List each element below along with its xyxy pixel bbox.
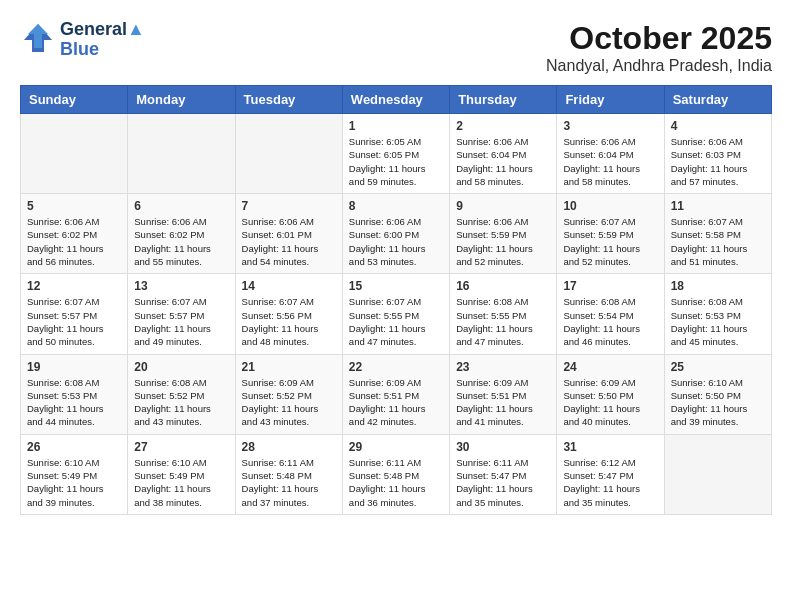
page-header: General▲ Blue October 2025 Nandyal, Andh… (20, 20, 772, 75)
cell-content: Sunrise: 6:06 AM Sunset: 5:59 PM Dayligh… (456, 215, 550, 268)
day-number: 7 (242, 199, 336, 213)
calendar-header-row: SundayMondayTuesdayWednesdayThursdayFrid… (21, 86, 772, 114)
cell-content: Sunrise: 6:08 AM Sunset: 5:52 PM Dayligh… (134, 376, 228, 429)
day-number: 3 (563, 119, 657, 133)
cell-content: Sunrise: 6:11 AM Sunset: 5:48 PM Dayligh… (242, 456, 336, 509)
calendar-cell: 27Sunrise: 6:10 AM Sunset: 5:49 PM Dayli… (128, 434, 235, 514)
weekday-header: Monday (128, 86, 235, 114)
calendar-cell: 6Sunrise: 6:06 AM Sunset: 6:02 PM Daylig… (128, 194, 235, 274)
day-number: 24 (563, 360, 657, 374)
day-number: 13 (134, 279, 228, 293)
calendar-cell: 14Sunrise: 6:07 AM Sunset: 5:56 PM Dayli… (235, 274, 342, 354)
day-number: 31 (563, 440, 657, 454)
day-number: 30 (456, 440, 550, 454)
cell-content: Sunrise: 6:07 AM Sunset: 5:57 PM Dayligh… (27, 295, 121, 348)
day-number: 29 (349, 440, 443, 454)
day-number: 9 (456, 199, 550, 213)
calendar-week-row: 12Sunrise: 6:07 AM Sunset: 5:57 PM Dayli… (21, 274, 772, 354)
calendar-cell: 4Sunrise: 6:06 AM Sunset: 6:03 PM Daylig… (664, 114, 771, 194)
calendar-cell: 25Sunrise: 6:10 AM Sunset: 5:50 PM Dayli… (664, 354, 771, 434)
cell-content: Sunrise: 6:08 AM Sunset: 5:54 PM Dayligh… (563, 295, 657, 348)
day-number: 2 (456, 119, 550, 133)
weekday-header: Saturday (664, 86, 771, 114)
cell-content: Sunrise: 6:06 AM Sunset: 6:04 PM Dayligh… (563, 135, 657, 188)
calendar-cell: 21Sunrise: 6:09 AM Sunset: 5:52 PM Dayli… (235, 354, 342, 434)
cell-content: Sunrise: 6:06 AM Sunset: 6:00 PM Dayligh… (349, 215, 443, 268)
calendar-table: SundayMondayTuesdayWednesdayThursdayFrid… (20, 85, 772, 515)
calendar-week-row: 19Sunrise: 6:08 AM Sunset: 5:53 PM Dayli… (21, 354, 772, 434)
day-number: 25 (671, 360, 765, 374)
cell-content: Sunrise: 6:08 AM Sunset: 5:53 PM Dayligh… (671, 295, 765, 348)
day-number: 17 (563, 279, 657, 293)
weekday-header: Sunday (21, 86, 128, 114)
calendar-cell (128, 114, 235, 194)
calendar-cell: 20Sunrise: 6:08 AM Sunset: 5:52 PM Dayli… (128, 354, 235, 434)
day-number: 27 (134, 440, 228, 454)
day-number: 20 (134, 360, 228, 374)
weekday-header: Tuesday (235, 86, 342, 114)
calendar-cell: 29Sunrise: 6:11 AM Sunset: 5:48 PM Dayli… (342, 434, 449, 514)
calendar-cell: 23Sunrise: 6:09 AM Sunset: 5:51 PM Dayli… (450, 354, 557, 434)
day-number: 10 (563, 199, 657, 213)
title-area: October 2025 Nandyal, Andhra Pradesh, In… (546, 20, 772, 75)
cell-content: Sunrise: 6:09 AM Sunset: 5:52 PM Dayligh… (242, 376, 336, 429)
calendar-cell: 18Sunrise: 6:08 AM Sunset: 5:53 PM Dayli… (664, 274, 771, 354)
calendar-cell: 7Sunrise: 6:06 AM Sunset: 6:01 PM Daylig… (235, 194, 342, 274)
calendar-cell: 17Sunrise: 6:08 AM Sunset: 5:54 PM Dayli… (557, 274, 664, 354)
calendar-cell (235, 114, 342, 194)
calendar-cell: 15Sunrise: 6:07 AM Sunset: 5:55 PM Dayli… (342, 274, 449, 354)
logo-text-line2: Blue (60, 40, 145, 60)
cell-content: Sunrise: 6:09 AM Sunset: 5:51 PM Dayligh… (349, 376, 443, 429)
cell-content: Sunrise: 6:10 AM Sunset: 5:49 PM Dayligh… (27, 456, 121, 509)
month-title: October 2025 (546, 20, 772, 57)
day-number: 14 (242, 279, 336, 293)
day-number: 8 (349, 199, 443, 213)
cell-content: Sunrise: 6:09 AM Sunset: 5:51 PM Dayligh… (456, 376, 550, 429)
day-number: 12 (27, 279, 121, 293)
calendar-cell: 26Sunrise: 6:10 AM Sunset: 5:49 PM Dayli… (21, 434, 128, 514)
cell-content: Sunrise: 6:06 AM Sunset: 6:04 PM Dayligh… (456, 135, 550, 188)
cell-content: Sunrise: 6:08 AM Sunset: 5:55 PM Dayligh… (456, 295, 550, 348)
day-number: 15 (349, 279, 443, 293)
day-number: 1 (349, 119, 443, 133)
calendar-cell (21, 114, 128, 194)
cell-content: Sunrise: 6:07 AM Sunset: 5:59 PM Dayligh… (563, 215, 657, 268)
cell-content: Sunrise: 6:06 AM Sunset: 6:01 PM Dayligh… (242, 215, 336, 268)
cell-content: Sunrise: 6:06 AM Sunset: 6:03 PM Dayligh… (671, 135, 765, 188)
calendar-cell: 1Sunrise: 6:05 AM Sunset: 6:05 PM Daylig… (342, 114, 449, 194)
day-number: 23 (456, 360, 550, 374)
cell-content: Sunrise: 6:07 AM Sunset: 5:58 PM Dayligh… (671, 215, 765, 268)
day-number: 18 (671, 279, 765, 293)
weekday-header: Thursday (450, 86, 557, 114)
calendar-cell: 19Sunrise: 6:08 AM Sunset: 5:53 PM Dayli… (21, 354, 128, 434)
day-number: 16 (456, 279, 550, 293)
calendar-cell: 22Sunrise: 6:09 AM Sunset: 5:51 PM Dayli… (342, 354, 449, 434)
logo-text-line1: General▲ (60, 20, 145, 40)
day-number: 26 (27, 440, 121, 454)
logo: General▲ Blue (20, 20, 145, 60)
cell-content: Sunrise: 6:12 AM Sunset: 5:47 PM Dayligh… (563, 456, 657, 509)
logo-icon (20, 20, 56, 56)
cell-content: Sunrise: 6:10 AM Sunset: 5:50 PM Dayligh… (671, 376, 765, 429)
cell-content: Sunrise: 6:08 AM Sunset: 5:53 PM Dayligh… (27, 376, 121, 429)
calendar-week-row: 5Sunrise: 6:06 AM Sunset: 6:02 PM Daylig… (21, 194, 772, 274)
weekday-header: Wednesday (342, 86, 449, 114)
day-number: 6 (134, 199, 228, 213)
calendar-cell: 12Sunrise: 6:07 AM Sunset: 5:57 PM Dayli… (21, 274, 128, 354)
day-number: 21 (242, 360, 336, 374)
calendar-cell: 31Sunrise: 6:12 AM Sunset: 5:47 PM Dayli… (557, 434, 664, 514)
cell-content: Sunrise: 6:07 AM Sunset: 5:57 PM Dayligh… (134, 295, 228, 348)
weekday-header: Friday (557, 86, 664, 114)
calendar-cell: 8Sunrise: 6:06 AM Sunset: 6:00 PM Daylig… (342, 194, 449, 274)
day-number: 11 (671, 199, 765, 213)
calendar-cell: 10Sunrise: 6:07 AM Sunset: 5:59 PM Dayli… (557, 194, 664, 274)
calendar-cell: 5Sunrise: 6:06 AM Sunset: 6:02 PM Daylig… (21, 194, 128, 274)
cell-content: Sunrise: 6:07 AM Sunset: 5:56 PM Dayligh… (242, 295, 336, 348)
calendar-week-row: 1Sunrise: 6:05 AM Sunset: 6:05 PM Daylig… (21, 114, 772, 194)
day-number: 4 (671, 119, 765, 133)
cell-content: Sunrise: 6:11 AM Sunset: 5:47 PM Dayligh… (456, 456, 550, 509)
calendar-cell: 3Sunrise: 6:06 AM Sunset: 6:04 PM Daylig… (557, 114, 664, 194)
cell-content: Sunrise: 6:07 AM Sunset: 5:55 PM Dayligh… (349, 295, 443, 348)
calendar-cell: 30Sunrise: 6:11 AM Sunset: 5:47 PM Dayli… (450, 434, 557, 514)
cell-content: Sunrise: 6:06 AM Sunset: 6:02 PM Dayligh… (134, 215, 228, 268)
